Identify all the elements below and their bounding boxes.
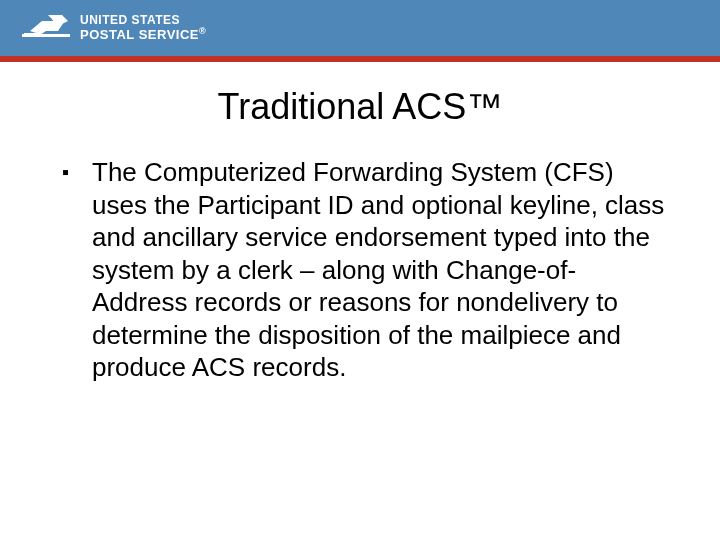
usps-logo: UNITED STATES POSTAL SERVICE®: [0, 13, 206, 43]
logo-line1: UNITED STATES: [80, 14, 206, 27]
registered-mark: ®: [199, 26, 206, 36]
slide-content: Traditional ACS™ ▪ The Computerized Forw…: [0, 62, 720, 384]
bullet-text: The Computerized Forwarding System (CFS)…: [92, 156, 670, 384]
slide-header: UNITED STATES POSTAL SERVICE®: [0, 0, 720, 56]
bullet-item: ▪ The Computerized Forwarding System (CF…: [50, 156, 670, 384]
usps-logo-text: UNITED STATES POSTAL SERVICE®: [80, 14, 206, 42]
eagle-icon: [22, 13, 70, 43]
bullet-square-icon: ▪: [62, 156, 78, 188]
slide-title: Traditional ACS™: [50, 86, 670, 128]
logo-line2: POSTAL SERVICE: [80, 27, 199, 42]
